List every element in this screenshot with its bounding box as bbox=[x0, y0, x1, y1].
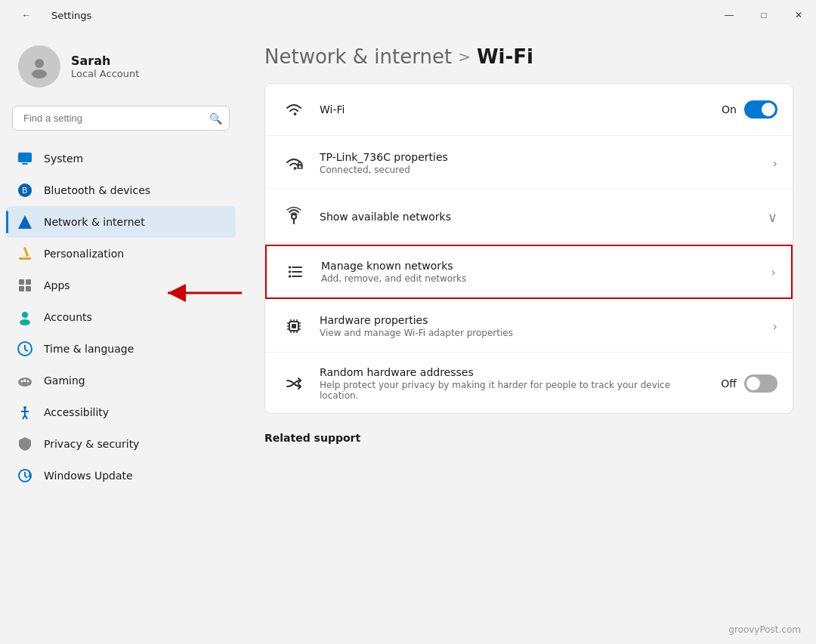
svg-rect-39 bbox=[289, 271, 291, 273]
sidebar-label-privacy: Privacy & security bbox=[44, 438, 139, 450]
shuffle-icon bbox=[280, 370, 308, 397]
gaming-icon bbox=[17, 372, 33, 389]
svg-point-19 bbox=[21, 381, 23, 383]
back-button[interactable]: ← bbox=[9, 0, 44, 30]
user-profile[interactable]: Sarah Local Account bbox=[0, 30, 242, 103]
available-networks-text: Show available networks bbox=[320, 211, 756, 223]
svg-text:B: B bbox=[22, 186, 27, 195]
network-icon bbox=[17, 214, 33, 230]
list-icon bbox=[282, 258, 309, 285]
content-area: Network & internet > Wi-Fi Wi-Fi bbox=[242, 30, 816, 644]
svg-point-20 bbox=[27, 381, 29, 383]
sidebar-item-accessibility[interactable]: Accessibility bbox=[6, 396, 236, 428]
chip-icon bbox=[280, 313, 308, 340]
svg-rect-10 bbox=[26, 279, 31, 285]
user-name: Sarah bbox=[71, 54, 139, 68]
svg-rect-40 bbox=[289, 276, 291, 278]
search-icon: 🔍 bbox=[209, 112, 222, 125]
minimize-button[interactable]: — bbox=[712, 0, 746, 30]
apps-icon bbox=[17, 277, 33, 294]
svg-point-14 bbox=[20, 319, 30, 325]
manage-networks-card[interactable]: Manage known networks Add, remove, and e… bbox=[265, 245, 793, 299]
search-box: 🔍 bbox=[12, 106, 230, 131]
breadcrumb-separator: > bbox=[458, 48, 471, 66]
svg-rect-22 bbox=[23, 381, 26, 382]
wifi-title: Wi-Fi bbox=[320, 103, 709, 116]
sidebar-item-bluetooth[interactable]: B Bluetooth & devices bbox=[6, 174, 236, 206]
manage-networks-chevron: › bbox=[771, 265, 776, 279]
random-hardware-right: Off bbox=[721, 374, 777, 393]
hardware-properties-text: Hardware properties View and manage Wi-F… bbox=[320, 314, 761, 338]
sidebar-label-windows-update: Windows Update bbox=[44, 470, 133, 482]
wifi-toggle-card[interactable]: Wi-Fi On bbox=[265, 84, 793, 136]
random-hardware-subtitle: Help protect your privacy by making it h… bbox=[320, 380, 709, 401]
titlebar-title: Settings bbox=[51, 10, 91, 21]
random-hardware-text: Random hardware addresses Help protect y… bbox=[320, 366, 709, 401]
svg-rect-2 bbox=[18, 153, 32, 162]
manage-networks-right: › bbox=[771, 265, 776, 279]
sidebar-label-system: System bbox=[44, 153, 83, 165]
breadcrumb-current: Wi-Fi bbox=[477, 45, 533, 68]
close-button[interactable]: ✕ bbox=[781, 0, 816, 30]
random-hardware-toggle[interactable] bbox=[744, 374, 777, 393]
hardware-properties-title: Hardware properties bbox=[320, 314, 761, 326]
sidebar-item-privacy[interactable]: Privacy & security bbox=[6, 428, 236, 460]
time-icon bbox=[17, 340, 33, 357]
sidebar-label-accessibility: Accessibility bbox=[44, 406, 109, 418]
sidebar-label-apps: Apps bbox=[44, 279, 70, 291]
random-hardware-card[interactable]: Random hardware addresses Help protect y… bbox=[265, 354, 793, 413]
search-input[interactable] bbox=[12, 106, 230, 131]
sidebar-label-accounts: Accounts bbox=[44, 311, 92, 323]
sidebar-item-gaming[interactable]: Gaming bbox=[6, 365, 236, 396]
svg-rect-9 bbox=[19, 279, 24, 285]
available-networks-chevron: ∨ bbox=[768, 209, 777, 225]
sidebar-item-time[interactable]: Time & language bbox=[6, 333, 236, 365]
wifi-toggle-right: On bbox=[722, 100, 777, 119]
sidebar-item-system[interactable]: System bbox=[6, 143, 236, 174]
available-networks-title: Show available networks bbox=[320, 211, 756, 223]
random-hardware-title: Random hardware addresses bbox=[320, 366, 709, 378]
sidebar-label-time: Time & language bbox=[44, 343, 134, 355]
wifi-toggle-label: On bbox=[722, 103, 737, 116]
sidebar-label-bluetooth: Bluetooth & devices bbox=[44, 184, 150, 196]
app-window: Sarah Local Account 🔍 System B Bluetooth… bbox=[0, 30, 816, 644]
accounts-icon bbox=[17, 309, 33, 325]
sidebar-item-network[interactable]: Network & internet bbox=[6, 206, 236, 238]
svg-rect-8 bbox=[23, 247, 29, 257]
bluetooth-icon: B bbox=[17, 182, 33, 199]
wifi-locked-icon bbox=[280, 149, 308, 177]
tp-link-card[interactable]: TP-Link_736C properties Connected, secur… bbox=[265, 137, 793, 190]
hardware-properties-subtitle: View and manage Wi-Fi adapter properties bbox=[320, 328, 761, 338]
sidebar-label-network: Network & internet bbox=[44, 216, 145, 228]
hardware-properties-card[interactable]: Hardware properties View and manage Wi-F… bbox=[265, 300, 793, 353]
breadcrumb-parent: Network & internet bbox=[264, 45, 452, 68]
antenna-icon bbox=[280, 203, 308, 230]
sidebar-item-accounts[interactable]: Accounts bbox=[6, 301, 236, 333]
wifi-toggle-switch[interactable] bbox=[744, 100, 777, 119]
svg-line-27 bbox=[25, 415, 27, 419]
sidebar-label-personalization: Personalization bbox=[44, 248, 124, 260]
related-support: Related support bbox=[264, 432, 793, 444]
sidebar-item-windows-update[interactable]: Windows Update bbox=[6, 460, 236, 491]
tp-link-chevron: › bbox=[773, 156, 777, 171]
random-hardware-toggle-knob bbox=[746, 377, 760, 390]
watermark: groovyPost.com bbox=[728, 624, 801, 635]
svg-point-33 bbox=[292, 214, 296, 219]
svg-point-13 bbox=[22, 312, 28, 318]
available-networks-card[interactable]: Show available networks ∨ bbox=[265, 191, 793, 243]
svg-point-23 bbox=[23, 406, 26, 409]
sidebar-item-personalization[interactable]: Personalization bbox=[6, 238, 236, 270]
available-networks-right: ∨ bbox=[768, 209, 777, 225]
user-info: Sarah Local Account bbox=[71, 54, 139, 79]
svg-rect-32 bbox=[299, 166, 301, 168]
svg-point-0 bbox=[35, 59, 44, 68]
sidebar: Sarah Local Account 🔍 System B Bluetooth… bbox=[0, 30, 242, 644]
window-controls: — □ ✕ bbox=[712, 0, 816, 30]
titlebar: ← Settings — □ ✕ bbox=[0, 0, 816, 30]
accessibility-icon bbox=[17, 404, 33, 421]
maximize-button[interactable]: □ bbox=[746, 0, 781, 30]
random-hardware-toggle-label: Off bbox=[721, 377, 737, 390]
sidebar-item-apps[interactable]: Apps bbox=[6, 270, 236, 301]
windows-update-icon bbox=[17, 467, 33, 484]
svg-rect-7 bbox=[19, 257, 31, 260]
